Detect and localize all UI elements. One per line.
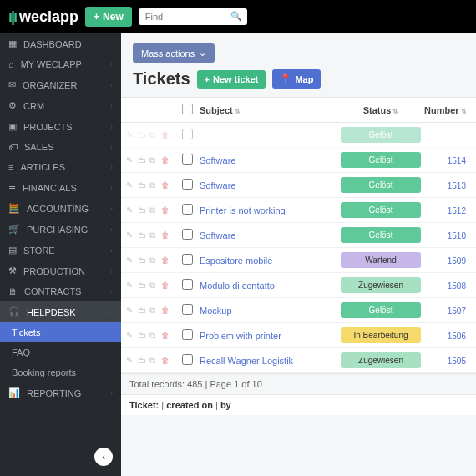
- number-link[interactable]: 1509: [448, 256, 466, 266]
- sidebar-item-contracts[interactable]: 🗎CONTRACTS›: [0, 281, 121, 301]
- delete-icon[interactable]: 🗑: [161, 180, 170, 190]
- copy-icon[interactable]: ⧉: [149, 331, 159, 340]
- copy-icon[interactable]: ⧉: [149, 180, 159, 190]
- delete-icon[interactable]: 🗑: [161, 281, 170, 290]
- delete-icon[interactable]: 🗑: [161, 356, 170, 365]
- sidebar-item-my-weclapp[interactable]: ⌂MY WECLAPP›: [0, 54, 121, 74]
- search-icon[interactable]: 🔍: [230, 11, 242, 22]
- copy-icon[interactable]: ⧉: [149, 155, 159, 165]
- delete-icon[interactable]: 🗑: [161, 205, 170, 215]
- sidebar-subitem-booking-reports[interactable]: Booking reports: [0, 362, 121, 382]
- subject-link[interactable]: Espositore mobile: [200, 256, 272, 266]
- row-checkbox[interactable]: [182, 279, 193, 290]
- sidebar-subitem-faq[interactable]: FAQ: [0, 342, 121, 362]
- number-link[interactable]: 1505: [448, 357, 466, 366]
- folder-icon[interactable]: 🗀: [138, 306, 147, 315]
- edit-icon[interactable]: ✎: [126, 155, 135, 165]
- row-checkbox[interactable]: [182, 229, 193, 240]
- sidebar-item-dashboard[interactable]: ▦DASHBOARD: [0, 33, 121, 54]
- subject-link[interactable]: Printer is not working: [200, 205, 286, 215]
- delete-icon[interactable]: 🗑: [161, 306, 170, 315]
- delete-icon[interactable]: 🗑: [161, 331, 170, 340]
- copy-icon[interactable]: ⧉: [149, 306, 159, 315]
- sidebar-item-purchasing[interactable]: 🛒PURCHASING›: [0, 219, 121, 240]
- sidebar-item-articles[interactable]: ≡ARTICLES›: [0, 157, 121, 177]
- mass-actions-button[interactable]: Mass actions⌄: [133, 43, 215, 63]
- row-checkbox[interactable]: [182, 329, 193, 340]
- column-status[interactable]: Status⇅: [337, 105, 424, 115]
- edit-icon[interactable]: ✎: [126, 281, 135, 290]
- folder-icon[interactable]: 🗀: [138, 205, 147, 215]
- number-link[interactable]: 1514: [448, 156, 466, 165]
- new-ticket-button[interactable]: +New ticket: [197, 70, 266, 89]
- edit-icon[interactable]: ✎: [126, 230, 135, 240]
- copy-icon[interactable]: ⧉: [149, 230, 159, 240]
- row-checkbox[interactable]: [182, 304, 193, 315]
- copy-icon[interactable]: ⧉: [149, 256, 159, 265]
- subject-link[interactable]: Software: [200, 230, 235, 241]
- number-link[interactable]: 1508: [448, 281, 466, 291]
- edit-icon[interactable]: ✎: [126, 180, 135, 190]
- number-link[interactable]: 1513: [448, 181, 466, 190]
- copy-icon[interactable]: ⧉: [149, 356, 159, 365]
- nav-icon: ≡: [8, 162, 13, 172]
- sidebar-item-production[interactable]: ⚒PRODUCTION›: [0, 261, 121, 281]
- number-link[interactable]: 1510: [448, 231, 466, 241]
- subject-link[interactable]: Software: [200, 155, 235, 165]
- nav-label: ARTICLES: [20, 162, 65, 172]
- subject-link[interactable]: Software: [200, 180, 235, 190]
- folder-icon[interactable]: 🗀: [138, 331, 147, 340]
- row-checkbox[interactable]: [182, 179, 193, 190]
- folder-icon[interactable]: 🗀: [138, 256, 147, 265]
- edit-icon[interactable]: ✎: [126, 306, 135, 315]
- new-button[interactable]: +New: [85, 7, 132, 27]
- edit-icon[interactable]: ✎: [126, 256, 135, 265]
- sidebar-item-organizer[interactable]: ✉ORGANIZER›: [0, 74, 121, 95]
- sidebar-item-crm[interactable]: ⚙CRM›: [0, 95, 121, 116]
- number-link[interactable]: 1512: [448, 206, 466, 215]
- sidebar-item-financials[interactable]: ≣FINANCIALS›: [0, 177, 121, 198]
- select-all-checkbox[interactable]: [182, 104, 193, 114]
- row-checkbox[interactable]: [182, 354, 193, 365]
- collapse-sidebar-button[interactable]: ‹: [94, 448, 113, 466]
- row-checkbox[interactable]: [182, 129, 193, 139]
- edit-icon[interactable]: ✎: [126, 205, 135, 215]
- map-button[interactable]: 📍Map: [272, 69, 321, 89]
- folder-icon[interactable]: 🗀: [138, 356, 147, 365]
- chevron-right-icon: ›: [110, 60, 113, 68]
- sidebar-item-store[interactable]: ▤STORE›: [0, 240, 121, 261]
- row-checkbox[interactable]: [182, 154, 193, 165]
- sidebar-item-sales[interactable]: 🏷SALES›: [0, 137, 121, 157]
- number-link[interactable]: 1507: [448, 306, 466, 316]
- number-link[interactable]: 1506: [448, 332, 466, 341]
- copy-icon[interactable]: ⧉: [149, 205, 159, 215]
- folder-icon[interactable]: 🗀: [138, 155, 147, 165]
- row-checkbox[interactable]: [182, 204, 193, 215]
- edit-icon[interactable]: ✎: [126, 356, 135, 365]
- sidebar-item-accounting[interactable]: 🧮ACCOUNTING›: [0, 198, 121, 219]
- sidebar-subitem-tickets[interactable]: Tickets: [0, 322, 121, 342]
- delete-icon[interactable]: 🗑: [161, 155, 170, 165]
- subject-link[interactable]: Mockup: [200, 306, 232, 316]
- subject-link[interactable]: Recall Wagner Logistik: [200, 356, 293, 366]
- search-box: 🔍: [139, 8, 247, 25]
- subject-link[interactable]: Problem with printer: [200, 331, 281, 341]
- column-number[interactable]: Number⇅: [424, 105, 471, 115]
- delete-icon[interactable]: 🗑: [161, 256, 170, 265]
- column-subject[interactable]: Subject⇅: [196, 105, 337, 115]
- folder-icon[interactable]: 🗀: [138, 130, 147, 139]
- sidebar-item-reporting[interactable]: 📊REPORTING›: [0, 382, 121, 403]
- delete-icon[interactable]: 🗑: [161, 230, 170, 240]
- folder-icon[interactable]: 🗀: [138, 180, 147, 190]
- edit-icon[interactable]: ✎: [126, 331, 135, 340]
- sidebar-item-helpdesk[interactable]: 🎧HELPDESK⌄: [0, 301, 121, 322]
- copy-icon[interactable]: ⧉: [149, 130, 159, 139]
- row-checkbox[interactable]: [182, 254, 193, 265]
- folder-icon[interactable]: 🗀: [138, 281, 147, 290]
- sidebar-item-projects[interactable]: ▣PROJECTS›: [0, 116, 121, 137]
- copy-icon[interactable]: ⧉: [149, 281, 159, 290]
- folder-icon[interactable]: 🗀: [138, 230, 147, 240]
- delete-icon[interactable]: 🗑: [161, 130, 170, 139]
- subject-link[interactable]: Modulo di contatto: [200, 281, 275, 291]
- edit-icon[interactable]: ✎: [126, 130, 135, 139]
